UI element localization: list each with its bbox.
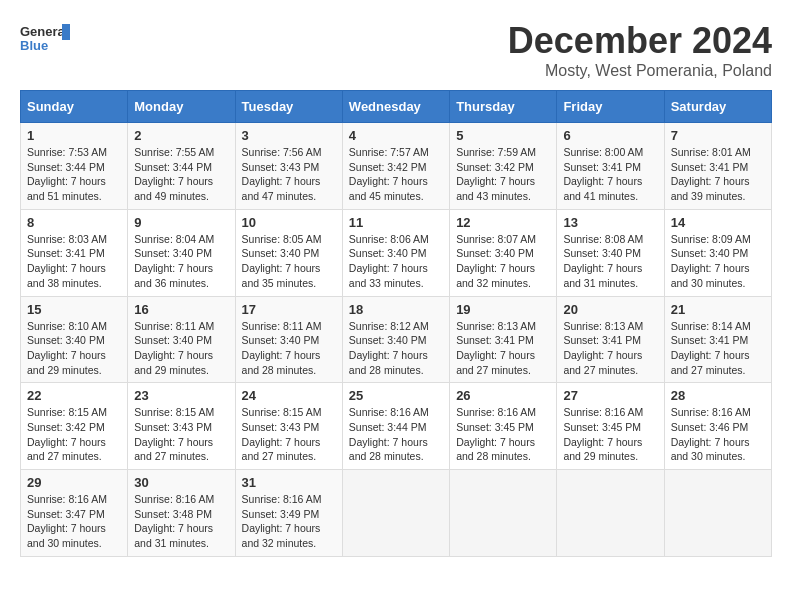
day-number: 16 [134,302,228,317]
day-info: Sunrise: 7:56 AM Sunset: 3:43 PM Dayligh… [242,145,336,204]
day-number: 18 [349,302,443,317]
day-info: Sunrise: 8:14 AM Sunset: 3:41 PM Dayligh… [671,319,765,378]
day-number: 7 [671,128,765,143]
day-info: Sunrise: 8:16 AM Sunset: 3:46 PM Dayligh… [671,405,765,464]
day-number: 14 [671,215,765,230]
day-number: 4 [349,128,443,143]
day-number: 30 [134,475,228,490]
day-info: Sunrise: 8:09 AM Sunset: 3:40 PM Dayligh… [671,232,765,291]
day-number: 17 [242,302,336,317]
day-cell-7: 7 Sunrise: 8:01 AM Sunset: 3:41 PM Dayli… [664,123,771,210]
empty-cell-w4-d5 [557,470,664,557]
day-info: Sunrise: 8:04 AM Sunset: 3:40 PM Dayligh… [134,232,228,291]
day-info: Sunrise: 8:13 AM Sunset: 3:41 PM Dayligh… [456,319,550,378]
day-info: Sunrise: 8:16 AM Sunset: 3:49 PM Dayligh… [242,492,336,551]
day-number: 10 [242,215,336,230]
day-info: Sunrise: 7:53 AM Sunset: 3:44 PM Dayligh… [27,145,121,204]
day-info: Sunrise: 7:55 AM Sunset: 3:44 PM Dayligh… [134,145,228,204]
week-row-4: 22 Sunrise: 8:15 AM Sunset: 3:42 PM Dayl… [21,383,772,470]
day-cell-26: 26 Sunrise: 8:16 AM Sunset: 3:45 PM Dayl… [450,383,557,470]
day-cell-17: 17 Sunrise: 8:11 AM Sunset: 3:40 PM Dayl… [235,296,342,383]
day-cell-14: 14 Sunrise: 8:09 AM Sunset: 3:40 PM Dayl… [664,209,771,296]
day-number: 27 [563,388,657,403]
empty-cell-w4-d4 [450,470,557,557]
subtitle: Mosty, West Pomerania, Poland [508,62,772,80]
header-friday: Friday [557,91,664,123]
day-cell-3: 3 Sunrise: 7:56 AM Sunset: 3:43 PM Dayli… [235,123,342,210]
day-info: Sunrise: 8:15 AM Sunset: 3:43 PM Dayligh… [242,405,336,464]
day-info: Sunrise: 8:11 AM Sunset: 3:40 PM Dayligh… [134,319,228,378]
day-number: 29 [27,475,121,490]
day-info: Sunrise: 8:11 AM Sunset: 3:40 PM Dayligh… [242,319,336,378]
day-cell-29: 29 Sunrise: 8:16 AM Sunset: 3:47 PM Dayl… [21,470,128,557]
week-row-2: 8 Sunrise: 8:03 AM Sunset: 3:41 PM Dayli… [21,209,772,296]
day-cell-18: 18 Sunrise: 8:12 AM Sunset: 3:40 PM Dayl… [342,296,449,383]
day-number: 22 [27,388,121,403]
empty-cell-w4-d6 [664,470,771,557]
day-number: 19 [456,302,550,317]
day-number: 15 [27,302,121,317]
svg-text:Blue: Blue [20,38,48,53]
svg-marker-2 [62,24,70,40]
day-cell-27: 27 Sunrise: 8:16 AM Sunset: 3:45 PM Dayl… [557,383,664,470]
day-number: 6 [563,128,657,143]
day-cell-5: 5 Sunrise: 7:59 AM Sunset: 3:42 PM Dayli… [450,123,557,210]
day-number: 11 [349,215,443,230]
main-title: December 2024 [508,20,772,62]
svg-text:General: General [20,24,68,39]
day-info: Sunrise: 8:07 AM Sunset: 3:40 PM Dayligh… [456,232,550,291]
day-number: 5 [456,128,550,143]
day-number: 24 [242,388,336,403]
day-info: Sunrise: 7:59 AM Sunset: 3:42 PM Dayligh… [456,145,550,204]
day-number: 25 [349,388,443,403]
day-cell-30: 30 Sunrise: 8:16 AM Sunset: 3:48 PM Dayl… [128,470,235,557]
day-info: Sunrise: 8:00 AM Sunset: 3:41 PM Dayligh… [563,145,657,204]
header-monday: Monday [128,91,235,123]
day-info: Sunrise: 8:06 AM Sunset: 3:40 PM Dayligh… [349,232,443,291]
logo-icon: General Blue [20,20,70,60]
day-cell-24: 24 Sunrise: 8:15 AM Sunset: 3:43 PM Dayl… [235,383,342,470]
day-cell-12: 12 Sunrise: 8:07 AM Sunset: 3:40 PM Dayl… [450,209,557,296]
day-info: Sunrise: 8:10 AM Sunset: 3:40 PM Dayligh… [27,319,121,378]
weekday-header-row: Sunday Monday Tuesday Wednesday Thursday… [21,91,772,123]
day-info: Sunrise: 7:57 AM Sunset: 3:42 PM Dayligh… [349,145,443,204]
day-info: Sunrise: 8:03 AM Sunset: 3:41 PM Dayligh… [27,232,121,291]
day-info: Sunrise: 8:16 AM Sunset: 3:48 PM Dayligh… [134,492,228,551]
day-number: 1 [27,128,121,143]
day-cell-20: 20 Sunrise: 8:13 AM Sunset: 3:41 PM Dayl… [557,296,664,383]
page-header: General Blue December 2024 Mosty, West P… [20,20,772,80]
day-cell-31: 31 Sunrise: 8:16 AM Sunset: 3:49 PM Dayl… [235,470,342,557]
calendar-table: Sunday Monday Tuesday Wednesday Thursday… [20,90,772,557]
day-info: Sunrise: 8:15 AM Sunset: 3:43 PM Dayligh… [134,405,228,464]
header-wednesday: Wednesday [342,91,449,123]
day-number: 21 [671,302,765,317]
day-cell-19: 19 Sunrise: 8:13 AM Sunset: 3:41 PM Dayl… [450,296,557,383]
day-number: 26 [456,388,550,403]
day-number: 20 [563,302,657,317]
day-cell-28: 28 Sunrise: 8:16 AM Sunset: 3:46 PM Dayl… [664,383,771,470]
week-row-1: 1 Sunrise: 7:53 AM Sunset: 3:44 PM Dayli… [21,123,772,210]
day-cell-6: 6 Sunrise: 8:00 AM Sunset: 3:41 PM Dayli… [557,123,664,210]
day-cell-11: 11 Sunrise: 8:06 AM Sunset: 3:40 PM Dayl… [342,209,449,296]
day-number: 13 [563,215,657,230]
day-info: Sunrise: 8:08 AM Sunset: 3:40 PM Dayligh… [563,232,657,291]
day-cell-22: 22 Sunrise: 8:15 AM Sunset: 3:42 PM Dayl… [21,383,128,470]
header-saturday: Saturday [664,91,771,123]
empty-cell-w4-d3 [342,470,449,557]
day-cell-25: 25 Sunrise: 8:16 AM Sunset: 3:44 PM Dayl… [342,383,449,470]
day-cell-10: 10 Sunrise: 8:05 AM Sunset: 3:40 PM Dayl… [235,209,342,296]
day-cell-21: 21 Sunrise: 8:14 AM Sunset: 3:41 PM Dayl… [664,296,771,383]
day-info: Sunrise: 8:12 AM Sunset: 3:40 PM Dayligh… [349,319,443,378]
day-number: 8 [27,215,121,230]
day-info: Sunrise: 8:15 AM Sunset: 3:42 PM Dayligh… [27,405,121,464]
day-cell-9: 9 Sunrise: 8:04 AM Sunset: 3:40 PM Dayli… [128,209,235,296]
day-number: 3 [242,128,336,143]
day-number: 9 [134,215,228,230]
day-number: 12 [456,215,550,230]
day-cell-8: 8 Sunrise: 8:03 AM Sunset: 3:41 PM Dayli… [21,209,128,296]
day-info: Sunrise: 8:01 AM Sunset: 3:41 PM Dayligh… [671,145,765,204]
day-cell-2: 2 Sunrise: 7:55 AM Sunset: 3:44 PM Dayli… [128,123,235,210]
title-area: December 2024 Mosty, West Pomerania, Pol… [508,20,772,80]
day-number: 31 [242,475,336,490]
day-number: 28 [671,388,765,403]
